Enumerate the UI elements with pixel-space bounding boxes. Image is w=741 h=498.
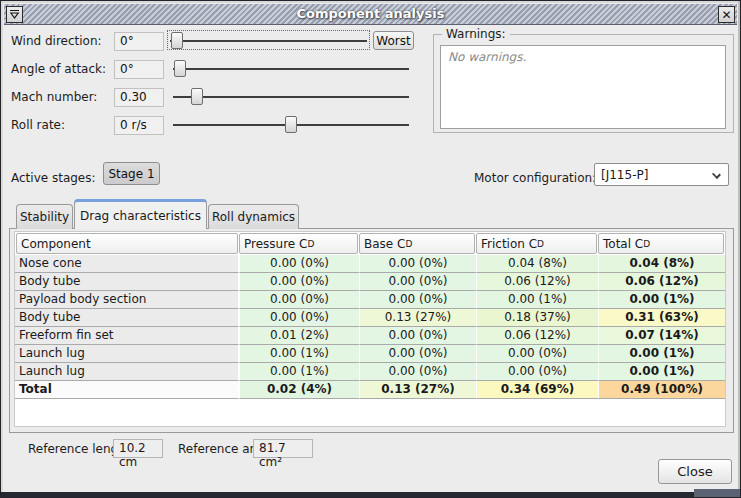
slider-track (173, 68, 409, 70)
friction-cd-cell: 0.00 (0%) (476, 363, 598, 381)
friction-cd-cell: 0.00 (1%) (476, 291, 598, 309)
base-cd-cell: 0.00 (0%) (359, 255, 476, 273)
slider-thumb[interactable] (191, 88, 203, 105)
slider-thumb[interactable] (171, 32, 183, 49)
pressure-cd-cell: 0.00 (1%) (239, 363, 359, 381)
component-cell: Body tube (15, 309, 239, 327)
motor-configuration-select[interactable]: [J115-P] (594, 163, 729, 186)
base-cd-cell: 0.00 (0%) (359, 345, 476, 363)
component-analysis-dialog: Component analysis ✕ Wind direction: 0° … (0, 0, 741, 498)
base-cd-cell: 0.13 (27%) (359, 381, 476, 399)
base-cd-cell: 0.00 (0%) (359, 273, 476, 291)
warnings-list: No warnings. (440, 45, 726, 129)
slider-track (173, 96, 409, 98)
pressure-cd-cell: 0.00 (0%) (239, 273, 359, 291)
window-frame-bottom (1, 492, 740, 497)
tab-stability[interactable]: Stability (16, 204, 73, 229)
friction-cd-cell: 0.06 (12%) (476, 327, 598, 345)
total-cd-cell: 0.49 (100%) (598, 381, 725, 399)
roll-rate-label: Roll rate: (11, 118, 65, 132)
total-cd-cell: 0.00 (1%) (598, 345, 725, 363)
drag-table-scrollpane: Component Pressure CD Base CD Friction C… (14, 231, 726, 427)
tab-roll-dynamics[interactable]: Roll dynamics (208, 204, 299, 229)
angle-of-attack-slider[interactable] (171, 59, 411, 79)
drag-table-header: Component Pressure CD Base CD Friction C… (15, 232, 725, 255)
component-cell: Payload body section (15, 291, 239, 309)
drag-table-body: Nose cone 0.00 (0%) 0.00 (0%) 0.04 (8%) … (15, 255, 725, 399)
component-cell: Launch lug (15, 345, 239, 363)
warnings-group-label: Warnings: (442, 27, 510, 41)
total-cd-cell: 0.07 (14%) (598, 327, 725, 345)
pressure-cd-cell: 0.02 (4%) (239, 381, 359, 399)
column-header-component: Component (16, 233, 238, 254)
base-cd-cell: 0.00 (0%) (359, 291, 476, 309)
reference-length-value: 10.2 cm (113, 439, 163, 458)
total-cd-cell: 0.00 (1%) (598, 291, 725, 309)
pressure-cd-cell: 0.00 (0%) (239, 309, 359, 327)
mach-number-slider[interactable] (171, 87, 411, 107)
slider-thumb[interactable] (174, 60, 186, 77)
friction-cd-cell: 0.18 (37%) (476, 309, 598, 327)
column-header-pressure: Pressure CD (239, 233, 358, 254)
slider-track (170, 40, 367, 42)
friction-cd-cell: 0.04 (8%) (476, 255, 598, 273)
component-cell: Freeform fin set (15, 327, 239, 345)
total-cd-cell: 0.04 (8%) (598, 255, 725, 273)
mach-number-field[interactable]: 0.30 (114, 88, 164, 107)
window-title: Component analysis (4, 6, 737, 21)
wind-direction-field[interactable]: 0° (114, 32, 164, 51)
close-button[interactable]: Close (658, 459, 732, 484)
no-warnings-text: No warnings. (448, 50, 718, 64)
active-stages-label: Active stages: (11, 171, 96, 185)
wind-direction-slider[interactable] (167, 30, 370, 50)
total-cd-cell: 0.06 (12%) (598, 273, 725, 291)
column-header-friction: Friction CD (476, 233, 597, 254)
chevron-down-icon (712, 170, 721, 179)
roll-rate-slider[interactable] (171, 115, 411, 135)
pressure-cd-cell: 0.00 (0%) (239, 291, 359, 309)
motor-configuration-label: Motor configuration: (474, 171, 596, 185)
column-header-total: Total CD (598, 233, 724, 254)
component-cell: Launch lug (15, 363, 239, 381)
friction-cd-cell: 0.00 (0%) (476, 345, 598, 363)
friction-cd-cell: 0.34 (69%) (476, 381, 598, 399)
total-cd-cell: 0.31 (63%) (598, 309, 725, 327)
base-cd-cell: 0.13 (27%) (359, 309, 476, 327)
base-cd-cell: 0.00 (0%) (359, 327, 476, 345)
roll-rate-field[interactable]: 0 r/s (114, 116, 164, 135)
base-cd-cell: 0.00 (0%) (359, 363, 476, 381)
friction-cd-cell: 0.06 (12%) (476, 273, 598, 291)
worst-button[interactable]: Worst (373, 31, 414, 50)
stage-1-toggle[interactable]: Stage 1 (103, 162, 160, 185)
reference-area-value: 81.7 cm² (253, 439, 313, 458)
window-resize-corner[interactable] (694, 489, 740, 497)
pressure-cd-cell: 0.00 (0%) (239, 255, 359, 273)
slider-thumb[interactable] (285, 116, 297, 133)
close-icon: ✕ (721, 8, 731, 22)
pressure-cd-cell: 0.00 (1%) (239, 345, 359, 363)
window-close-button[interactable]: ✕ (718, 6, 735, 23)
component-cell: Total (15, 381, 239, 399)
mach-number-label: Mach number: (11, 90, 97, 104)
titlebar[interactable]: Component analysis ✕ (4, 4, 737, 25)
angle-of-attack-field[interactable]: 0° (114, 60, 164, 79)
component-cell: Nose cone (15, 255, 239, 273)
total-cd-cell: 0.00 (1%) (598, 363, 725, 381)
pressure-cd-cell: 0.01 (2%) (239, 327, 359, 345)
motor-configuration-value: [J115-P] (601, 168, 648, 182)
column-header-base: Base CD (359, 233, 475, 254)
angle-of-attack-label: Angle of attack: (11, 62, 106, 76)
tab-drag-characteristics[interactable]: Drag characteristics (74, 199, 207, 229)
component-cell: Body tube (15, 273, 239, 291)
wind-direction-label: Wind direction: (11, 34, 102, 48)
